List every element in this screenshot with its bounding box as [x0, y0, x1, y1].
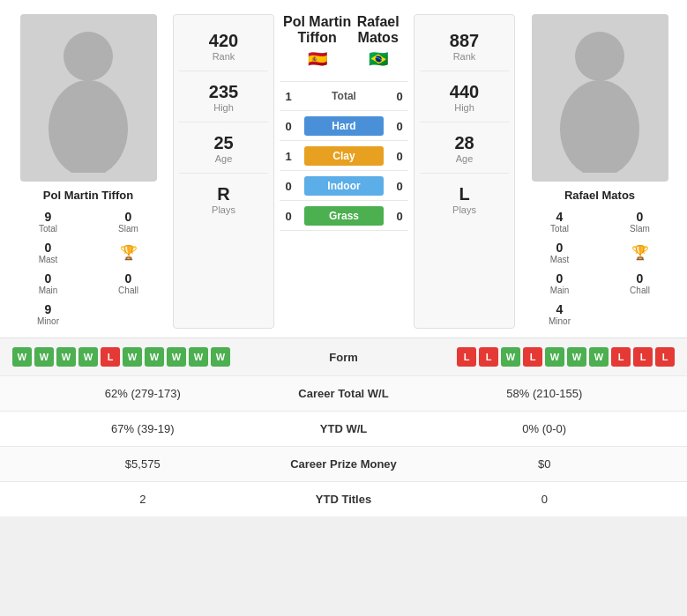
right-plays-value: L	[423, 184, 505, 204]
form-label: Form	[309, 351, 379, 364]
stat-center-label: Career Prize Money	[273, 457, 414, 471]
right-plays-label: Plays	[423, 204, 505, 215]
form-badge: L	[655, 347, 675, 367]
left-high-label: High	[183, 102, 265, 113]
form-badge: W	[189, 347, 208, 367]
form-badge: L	[633, 347, 653, 367]
right-player-header: Rafael Matos 🇧🇷	[351, 14, 405, 72]
left-chall-cell: 0 Chall	[89, 269, 168, 298]
left-age-item: 25 Age	[179, 124, 268, 174]
left-age-label: Age	[183, 153, 265, 164]
grass-surface-btn[interactable]: Grass	[304, 206, 384, 226]
right-center-name: Rafael Matos	[351, 14, 405, 46]
hard-right-score: 0	[391, 120, 408, 133]
right-flag: 🇧🇷	[369, 49, 388, 69]
right-trophy-cell: 🏆	[601, 238, 679, 267]
right-player-card: Rafael Matos 4 Total 0 Slam 0 Mast 🏆	[520, 14, 679, 329]
right-rank-label: Rank	[423, 51, 505, 62]
form-badge: W	[501, 347, 520, 367]
stats-comparison-row: 2 YTD Titles 0	[0, 481, 687, 516]
left-total-cell: 9 Total	[9, 207, 87, 236]
right-main-value: 0	[522, 271, 597, 286]
form-badge: L	[611, 347, 631, 367]
indoor-surface-btn[interactable]: Indoor	[304, 176, 384, 196]
left-flag: 🇪🇸	[308, 49, 327, 69]
indoor-right-score: 0	[391, 180, 408, 193]
left-rank-label: Rank	[183, 51, 265, 62]
right-total-value: 4	[522, 210, 597, 224]
right-mast-value: 0	[522, 241, 597, 255]
right-trophy-icon: 🏆	[631, 244, 649, 261]
right-minor-value: 4	[522, 302, 597, 316]
right-age-label: Age	[423, 153, 505, 164]
left-plays-item: R Plays	[179, 175, 268, 224]
left-player-photo	[20, 14, 157, 182]
left-player-card: Pol Martin Tiffon 9 Total 0 Slam 0 Mast …	[9, 14, 168, 329]
form-badge: W	[123, 347, 142, 367]
form-badge: W	[211, 347, 230, 367]
left-trophy-icon: 🏆	[120, 244, 138, 261]
stats-comparison-row: 67% (39-19) YTD W/L 0% (0-0)	[0, 411, 687, 446]
grass-right-score: 0	[391, 210, 408, 223]
right-player-photo	[532, 14, 668, 182]
right-stats-panel: 887 Rank 440 High 28 Age L Plays	[414, 14, 515, 329]
left-mast-label: Mast	[11, 255, 86, 264]
form-badge: W	[567, 347, 586, 367]
stat-right-value: 58% (210-155)	[414, 387, 676, 400]
right-slam-value: 0	[602, 210, 677, 224]
left-total-value: 9	[11, 210, 86, 224]
right-high-item: 440 High	[420, 73, 509, 122]
left-main-empty: 0 Main	[9, 269, 87, 298]
left-mast-cell: 0 Mast	[9, 238, 87, 267]
right-minor-label: Minor	[522, 316, 597, 326]
grass-surface-row: 0 Grass 0	[280, 202, 408, 231]
left-player-header: Pol Martin Tiffon 🇪🇸	[283, 14, 351, 72]
right-main-label: Main	[522, 286, 597, 295]
form-badge: W	[78, 347, 98, 367]
left-slam-value: 0	[91, 210, 166, 224]
left-stats-panel: 420 Rank 235 High 25 Age R Plays	[173, 14, 274, 329]
form-badge: W	[12, 347, 32, 367]
clay-surface-btn[interactable]: Clay	[304, 146, 384, 166]
right-main-cell: 0 Main	[520, 269, 599, 298]
right-rank-value: 887	[423, 31, 505, 51]
right-rank-item: 887 Rank	[420, 22, 509, 71]
stat-right-value: $0	[414, 457, 676, 471]
left-age-value: 25	[183, 133, 265, 153]
svg-point-2	[575, 32, 624, 81]
left-mast-value: 0	[11, 241, 86, 255]
right-mast-cell: 0 Mast	[520, 238, 599, 267]
svg-point-3	[560, 80, 639, 173]
left-plays-label: Plays	[183, 204, 265, 215]
surface-buttons: 1 Total 0 0 Hard 0 1 Clay 0 0 Indoor	[280, 81, 408, 231]
right-age-value: 28	[423, 133, 505, 153]
svg-point-0	[63, 32, 113, 81]
left-rank-value: 420	[183, 31, 265, 51]
stat-center-label: YTD Titles	[273, 493, 414, 506]
left-high-item: 235 High	[179, 73, 268, 122]
left-rank-item: 420 Rank	[179, 22, 268, 71]
right-player-stats-grid: 4 Total 0 Slam 0 Mast 🏆 0 Main	[520, 207, 679, 329]
left-flag-row: 🇪🇸	[308, 49, 327, 69]
right-player-name: Rafael Matos	[564, 189, 635, 202]
right-high-label: High	[423, 102, 505, 113]
form-badge: W	[167, 347, 186, 367]
form-badge: W	[56, 347, 76, 367]
form-badge: L	[523, 347, 542, 367]
clay-right-score: 0	[391, 150, 408, 163]
hard-surface-btn[interactable]: Hard	[304, 116, 384, 136]
right-chall-value: 0	[602, 271, 677, 286]
stats-comparison-row: 62% (279-173) Career Total W/L 58% (210-…	[0, 375, 687, 411]
total-surface-btn[interactable]: Total	[304, 86, 384, 106]
form-badge: L	[479, 347, 498, 367]
total-left-score: 1	[280, 90, 297, 103]
left-plays-value: R	[183, 184, 265, 204]
players-section: Pol Martin Tiffon 9 Total 0 Slam 0 Mast …	[0, 0, 687, 338]
right-slam-label: Slam	[602, 224, 677, 234]
right-player-silhouette	[547, 23, 653, 173]
right-chall-cell: 0 Chall	[601, 269, 679, 298]
left-chall-value: 0	[91, 271, 166, 286]
clay-left-score: 1	[280, 150, 297, 163]
form-badge: L	[457, 347, 476, 367]
stat-left-value: $5,575	[12, 457, 273, 471]
